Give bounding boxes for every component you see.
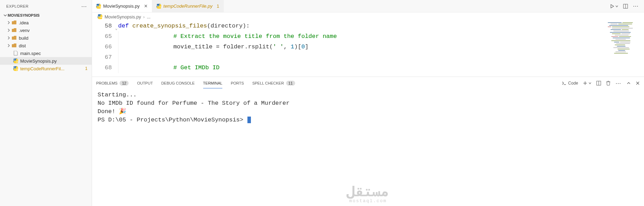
line-number: 58⌄ bbox=[92, 21, 118, 31]
file-tempcoderunner[interactable]: tempCodeRunnerFil... 1 bbox=[0, 65, 92, 72]
panel-tab-spell[interactable]: SPELL CHECKER 11 bbox=[252, 78, 295, 88]
tab-actions: ⋯ bbox=[605, 0, 644, 12]
panel-tabbar: PROBLEMS 12 OUTPUT DEBUG CONSOLE TERMINA… bbox=[92, 77, 644, 89]
close-icon[interactable]: ✕ bbox=[142, 3, 148, 9]
terminal-cursor bbox=[247, 117, 251, 123]
tree-label: tempCodeRunnerFil... bbox=[19, 66, 85, 71]
panel-tab-terminal[interactable]: TERMINAL bbox=[203, 78, 223, 88]
chevron-right-icon bbox=[6, 36, 11, 40]
editor-tabbar: MovieSynopsis.py ✕ tempCodeRunnerFile.py… bbox=[92, 0, 644, 13]
code-line[interactable]: 65 # Extract the movie title from the fo… bbox=[92, 31, 644, 42]
folder-icon bbox=[11, 43, 17, 48]
tree-label: main.spec bbox=[19, 51, 89, 56]
panel-tab-ports[interactable]: PORTS bbox=[231, 78, 244, 88]
terminal-prompt-line: PS D:\05 - Projects\Python\MovieSynopsis… bbox=[98, 116, 638, 124]
minimap[interactable] bbox=[606, 21, 644, 77]
launch-profile-button[interactable]: Code bbox=[562, 81, 578, 86]
python-icon bbox=[98, 14, 102, 19]
folder-icon bbox=[11, 28, 17, 32]
python-icon bbox=[156, 4, 161, 9]
panel-tab-problems[interactable]: PROBLEMS 12 bbox=[96, 78, 129, 88]
tab-moviesynopsis[interactable]: MovieSynopsis.py ✕ bbox=[92, 0, 152, 12]
watermark: مستقل mostaql.com bbox=[347, 189, 389, 203]
folder-idea[interactable]: .idea bbox=[0, 19, 92, 26]
python-icon bbox=[13, 58, 19, 63]
tree-label: dist bbox=[17, 43, 89, 48]
chevron-right-icon bbox=[6, 21, 11, 24]
watermark-sub: mostaql.com bbox=[347, 200, 389, 203]
line-number: 67 bbox=[92, 52, 118, 63]
code-line[interactable]: 68 # Get IMDb ID bbox=[92, 63, 644, 73]
code-line[interactable]: 66 movie_title = folder.rsplit(' ', 1)[0… bbox=[92, 42, 644, 52]
chevron-down-icon bbox=[3, 14, 8, 17]
close-panel-icon[interactable] bbox=[636, 81, 640, 85]
launch-label: Code bbox=[568, 81, 578, 86]
svg-point-0 bbox=[14, 59, 15, 60]
more-actions-icon[interactable]: ⋯ bbox=[633, 3, 639, 9]
code-content: movie_title = folder.rsplit(' ', 1)[0] bbox=[131, 42, 308, 52]
code-line[interactable]: 67 bbox=[92, 52, 644, 63]
folder-venv[interactable]: .venv bbox=[0, 26, 92, 34]
split-editor-icon[interactable] bbox=[623, 4, 628, 9]
panel-tab-debug[interactable]: DEBUG CONSOLE bbox=[161, 78, 195, 88]
new-terminal-button[interactable] bbox=[583, 81, 591, 85]
code-editor[interactable]: 58⌄def create_synopsis_files(directory):… bbox=[92, 21, 644, 77]
tree-label: .idea bbox=[17, 20, 89, 25]
terminal[interactable]: Starting... No IMDb ID found for Perfume… bbox=[92, 89, 644, 206]
kill-terminal-icon[interactable] bbox=[606, 81, 611, 86]
terminal-line: Done! 🎉 bbox=[98, 108, 638, 116]
maximize-panel-icon[interactable] bbox=[627, 81, 631, 85]
bottom-panel: PROBLEMS 12 OUTPUT DEBUG CONSOLE TERMINA… bbox=[92, 77, 644, 206]
file-icon bbox=[13, 51, 19, 56]
code-content: # Get IMDb ID bbox=[131, 63, 220, 73]
python-icon bbox=[13, 66, 19, 71]
panel-tab-output[interactable]: OUTPUT bbox=[137, 78, 153, 88]
line-number: 65 bbox=[92, 31, 118, 42]
folder-build[interactable]: build bbox=[0, 34, 92, 42]
explorer-more-icon[interactable]: ⋯ bbox=[81, 3, 87, 10]
panel-tab-label: SPELL CHECKER bbox=[252, 81, 284, 85]
split-terminal-icon[interactable] bbox=[596, 81, 601, 86]
problems-count: 12 bbox=[120, 81, 129, 86]
project-name: MOVIESYNOPSIS bbox=[8, 13, 40, 17]
tree-label: MovieSynopsis.py bbox=[19, 58, 89, 64]
watermark-text: مستقل bbox=[347, 185, 389, 200]
folder-dist[interactable]: dist bbox=[0, 42, 92, 49]
code-line[interactable]: 58⌄def create_synopsis_files(directory): bbox=[92, 21, 644, 31]
svg-point-2 bbox=[14, 66, 15, 67]
panel-tab-label: PORTS bbox=[231, 81, 244, 85]
breadcrumb-file: MovieSynopsis.py bbox=[105, 14, 141, 19]
breadcrumb-sep: › bbox=[143, 14, 145, 19]
indent-guide bbox=[118, 31, 131, 42]
file-main-spec[interactable]: main.spec bbox=[0, 49, 92, 57]
code-content: def create_synopsis_files(directory): bbox=[118, 21, 250, 31]
chevron-right-icon bbox=[6, 44, 11, 47]
tree-label: build bbox=[17, 35, 89, 41]
modified-badge: 1 bbox=[85, 66, 89, 71]
line-number: 68 bbox=[92, 63, 118, 73]
file-moviesynopsis[interactable]: MovieSynopsis.py bbox=[0, 57, 92, 65]
file-tree: .idea .venv build dist main.spec MovieSy… bbox=[0, 18, 92, 72]
terminal-prompt: PS D:\05 - Projects\Python\MovieSynopsis… bbox=[98, 117, 247, 123]
dirty-indicator: 1 bbox=[215, 3, 219, 9]
project-root[interactable]: MOVIESYNOPSIS bbox=[0, 13, 92, 18]
explorer-sidebar: EXPLORER ⋯ MOVIESYNOPSIS .idea .venv bui… bbox=[0, 0, 92, 206]
svg-point-1 bbox=[16, 62, 17, 63]
panel-more-icon[interactable]: ⋯ bbox=[615, 80, 622, 87]
indent-guide bbox=[118, 42, 131, 52]
panel-tab-label: TERMINAL bbox=[203, 81, 223, 85]
panel-actions: Code ⋯ bbox=[562, 80, 640, 87]
panel-tab-label: DEBUG CONSOLE bbox=[161, 81, 195, 85]
terminal-line: Starting... bbox=[98, 91, 638, 99]
breadcrumb[interactable]: MovieSynopsis.py › ... bbox=[92, 13, 644, 21]
line-number: 66 bbox=[92, 42, 118, 52]
chevron-right-icon bbox=[6, 29, 11, 32]
indent-guide bbox=[118, 63, 131, 73]
terminal-line: No IMDb ID found for Perfume - The Story… bbox=[98, 99, 638, 108]
tab-tempcoderunner[interactable]: tempCodeRunnerFile.py 1 bbox=[152, 0, 224, 12]
run-button[interactable] bbox=[610, 4, 618, 9]
spell-count: 11 bbox=[286, 81, 295, 86]
explorer-title: EXPLORER bbox=[6, 4, 81, 8]
python-icon bbox=[96, 4, 101, 9]
tab-label: tempCodeRunnerFile.py bbox=[163, 3, 213, 9]
